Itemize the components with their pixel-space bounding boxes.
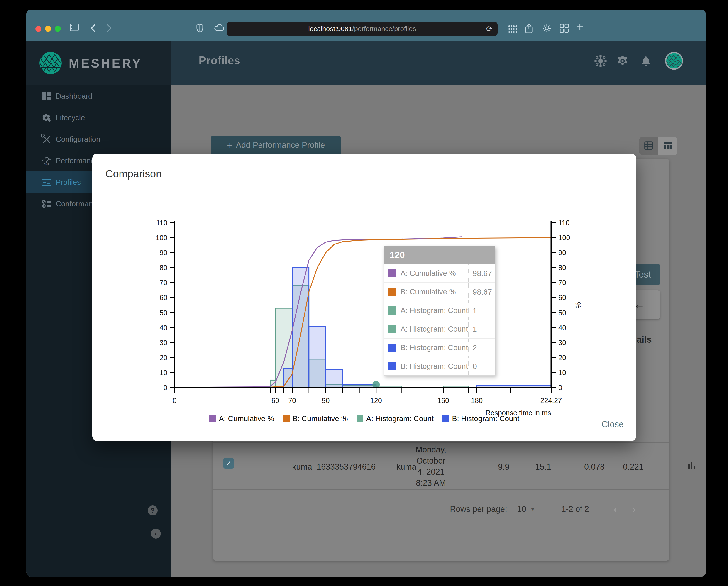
minimize-window-button[interactable] bbox=[45, 26, 51, 32]
cloud-icon[interactable] bbox=[214, 24, 224, 31]
app-header: Profiles bbox=[171, 41, 706, 85]
add-performance-profile-button[interactable]: + Add Performance Profile bbox=[211, 136, 341, 155]
caret-down-icon[interactable]: ▾ bbox=[531, 506, 534, 513]
legend-item[interactable]: A: Cumulative % bbox=[209, 414, 274, 423]
close-button[interactable]: Close bbox=[602, 420, 624, 429]
legend-item[interactable]: B: Cumulative % bbox=[283, 414, 348, 423]
series-swatch-icon bbox=[388, 362, 396, 370]
rows-per-page-label: Rows per page: bbox=[450, 504, 507, 514]
close-window-button[interactable] bbox=[35, 26, 41, 32]
svg-text:%: % bbox=[574, 302, 582, 309]
notifications-bell-icon[interactable] bbox=[640, 55, 652, 68]
view-toggle-group bbox=[639, 136, 677, 155]
help-button[interactable]: ? bbox=[148, 506, 158, 515]
svg-text:0: 0 bbox=[163, 384, 167, 392]
svg-text:70: 70 bbox=[160, 279, 167, 287]
sidebar-item-configuration[interactable]: Configuration bbox=[26, 128, 171, 150]
tooltip-row: B: Cumulative %98.67 bbox=[384, 282, 495, 301]
reload-icon[interactable]: ⟳ bbox=[486, 24, 493, 33]
forward-icon[interactable] bbox=[106, 24, 112, 33]
address-bar[interactable]: localhost:9081/performance/profiles ⟳ bbox=[227, 22, 498, 36]
svg-text:80: 80 bbox=[558, 264, 566, 272]
tooltip-row: A: Histogram: Count1 bbox=[384, 301, 495, 320]
lifecycle-icon bbox=[41, 112, 52, 123]
svg-text:110: 110 bbox=[558, 219, 570, 227]
pagination: Rows per page: 10 ▾ 1-2 of 2 ‹ › bbox=[213, 490, 669, 528]
plus-icon[interactable]: + bbox=[576, 22, 583, 31]
sidebar-item-lifecycle[interactable]: Lifecycle bbox=[26, 107, 171, 128]
svg-text:180: 180 bbox=[471, 397, 483, 405]
service-mesh-icon[interactable] bbox=[594, 55, 607, 68]
svg-text:30: 30 bbox=[558, 339, 566, 347]
svg-text:30: 30 bbox=[160, 339, 167, 347]
svg-text:90: 90 bbox=[322, 397, 330, 405]
bar-chart-icon[interactable] bbox=[687, 460, 696, 470]
series-swatch-icon bbox=[388, 325, 396, 333]
p50-cell: 0.078 bbox=[584, 462, 605, 472]
configuration-icon bbox=[41, 134, 52, 144]
brand-wordmark: MESHERY bbox=[69, 56, 142, 71]
duration-cell: 15.1 bbox=[535, 462, 551, 472]
details-label-fragment: ails bbox=[636, 335, 652, 345]
svg-text:60: 60 bbox=[160, 294, 167, 302]
tooltip-row: B: Histogram: Count2 bbox=[384, 338, 495, 357]
comparison-chart[interactable]: 0010102020303040405050606070708080909010… bbox=[92, 154, 636, 441]
sidebar-item-label: Configuration bbox=[56, 135, 100, 143]
dots-grid-icon[interactable] bbox=[508, 25, 518, 33]
comparison-modal: Comparison 00101020203030404050506060707… bbox=[92, 154, 636, 441]
svg-text:80: 80 bbox=[160, 264, 167, 272]
collapse-sidebar-button[interactable]: ‹ bbox=[151, 529, 161, 539]
date-cell: Monday, October 4, 2021 8:23 AM bbox=[401, 444, 460, 488]
performance-icon: SMP bbox=[41, 156, 52, 166]
dashboard-icon bbox=[41, 91, 52, 101]
svg-text:50: 50 bbox=[160, 309, 167, 317]
legend-swatch-icon bbox=[283, 415, 290, 422]
browser-toolbar: localhost:9081/performance/profiles ⟳ + bbox=[26, 9, 706, 41]
grid-view-icon bbox=[644, 141, 654, 152]
series-swatch-icon bbox=[388, 307, 396, 315]
legend-item[interactable]: B: Histogram: Count bbox=[442, 414, 519, 423]
qps-cell: 9.9 bbox=[498, 462, 510, 472]
sidebar-item-label: Profiles bbox=[56, 178, 81, 187]
p99-cell: 0.221 bbox=[623, 462, 643, 472]
share-icon[interactable] bbox=[525, 24, 533, 33]
window-controls bbox=[35, 26, 61, 32]
pagination-range: 1-2 of 2 bbox=[561, 504, 589, 514]
gear-icon[interactable] bbox=[542, 24, 551, 33]
plus-icon: + bbox=[227, 139, 233, 151]
brand-header[interactable]: MESHERY bbox=[26, 41, 171, 85]
table-view-button[interactable] bbox=[658, 136, 678, 155]
legend-item[interactable]: A: Histogram: Count bbox=[357, 414, 434, 423]
svg-text:100: 100 bbox=[558, 234, 570, 242]
app-grid-icon[interactable] bbox=[560, 24, 569, 33]
shield-icon[interactable] bbox=[197, 24, 203, 33]
chart-tooltip: 120A: Cumulative %98.67B: Cumulative %98… bbox=[384, 246, 495, 376]
row-checkbox[interactable]: ✓ bbox=[224, 458, 234, 469]
svg-text:0: 0 bbox=[173, 397, 177, 405]
rows-per-page-select[interactable]: 10 bbox=[517, 504, 526, 514]
svg-text:120: 120 bbox=[370, 397, 382, 405]
user-avatar[interactable] bbox=[665, 52, 683, 70]
url-host: localhost:9081 bbox=[308, 25, 352, 33]
svg-text:100: 100 bbox=[156, 234, 167, 242]
zoom-window-button[interactable] bbox=[55, 26, 61, 32]
svg-text:SMP: SMP bbox=[44, 163, 49, 166]
table-row[interactable]: ✓ kuma_1633353794616 kuma Monday, Octobe… bbox=[213, 442, 669, 490]
svg-text:50: 50 bbox=[558, 309, 566, 317]
svg-text:110: 110 bbox=[156, 219, 167, 227]
svg-text:40: 40 bbox=[558, 324, 566, 332]
svg-text:0: 0 bbox=[558, 384, 562, 392]
settings-gear-icon[interactable] bbox=[616, 55, 629, 68]
window-sidebar-icon[interactable] bbox=[70, 24, 79, 31]
grid-view-button[interactable] bbox=[639, 136, 658, 155]
svg-text:20: 20 bbox=[160, 354, 167, 362]
previous-page-button[interactable]: ‹ bbox=[614, 505, 617, 513]
sidebar-item-dashboard[interactable]: Dashboard bbox=[26, 85, 171, 107]
svg-text:70: 70 bbox=[288, 397, 296, 405]
back-icon[interactable] bbox=[90, 24, 96, 33]
svg-text:40: 40 bbox=[160, 324, 167, 332]
chart-legend: A: Cumulative %B: Cumulative %A: Histogr… bbox=[92, 414, 636, 423]
page-title: Profiles bbox=[199, 54, 240, 67]
next-page-button[interactable]: › bbox=[632, 505, 636, 513]
legend-swatch-icon bbox=[357, 415, 363, 422]
